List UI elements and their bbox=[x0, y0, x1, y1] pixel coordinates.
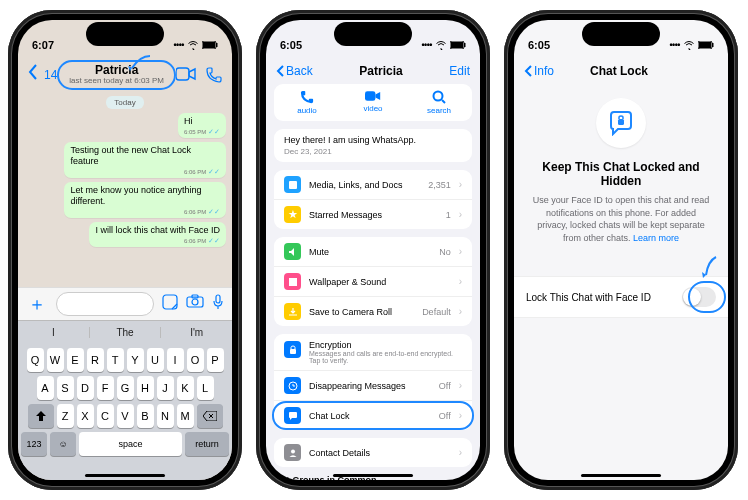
key[interactable]: A bbox=[37, 376, 54, 400]
video-action[interactable]: video bbox=[340, 84, 406, 121]
message-bubble[interactable]: Testing out the new Chat Lock feature 6:… bbox=[64, 142, 226, 178]
privacy-card: Encryption Messages and calls are end-to… bbox=[274, 334, 472, 430]
key[interactable]: G bbox=[117, 376, 134, 400]
chat-lock-icon bbox=[284, 407, 301, 424]
mic-icon[interactable] bbox=[212, 294, 224, 314]
attach-button[interactable]: ＋ bbox=[26, 293, 48, 315]
contact-details-row[interactable]: Contact Details › bbox=[274, 438, 472, 467]
key[interactable]: N bbox=[157, 404, 174, 428]
keyboard: Q W E R T Y U I O P A S D F G H J K L bbox=[18, 344, 232, 480]
key[interactable]: H bbox=[137, 376, 154, 400]
key[interactable]: B bbox=[137, 404, 154, 428]
key[interactable]: S bbox=[57, 376, 74, 400]
shift-key[interactable] bbox=[28, 404, 54, 428]
key[interactable]: U bbox=[147, 348, 164, 372]
predictive-suggestion[interactable]: I bbox=[18, 327, 90, 338]
encryption-row[interactable]: Encryption Messages and calls are end-to… bbox=[274, 334, 472, 370]
key[interactable]: T bbox=[107, 348, 124, 372]
chevron-icon: › bbox=[459, 306, 462, 317]
status-time: 6:05 bbox=[280, 39, 302, 51]
svg-rect-16 bbox=[290, 349, 296, 354]
home-indicator[interactable] bbox=[581, 474, 661, 477]
message-time: 6:06 PM bbox=[184, 238, 206, 244]
wallpaper-row[interactable]: Wallpaper & Sound › bbox=[274, 266, 472, 296]
disappearing-row[interactable]: Disappearing Messages Off › bbox=[274, 370, 472, 400]
sticker-icon[interactable] bbox=[162, 294, 178, 314]
row-value: Off bbox=[439, 411, 451, 421]
key[interactable]: O bbox=[187, 348, 204, 372]
search-action[interactable]: search bbox=[406, 84, 472, 121]
status-icons: •••• bbox=[173, 40, 218, 50]
timer-icon bbox=[284, 377, 301, 394]
emoji-key[interactable]: ☺ bbox=[50, 432, 76, 456]
row-value: Off bbox=[439, 381, 451, 391]
status-time: 6:05 bbox=[528, 39, 550, 51]
chat-lock-row[interactable]: Chat Lock Off › bbox=[274, 400, 472, 430]
lock-toggle[interactable] bbox=[682, 287, 716, 307]
row-label: Wallpaper & Sound bbox=[309, 277, 451, 287]
key[interactable]: P bbox=[207, 348, 224, 372]
key[interactable]: R bbox=[87, 348, 104, 372]
nav-bar: Info Chat Lock bbox=[514, 62, 728, 84]
row-label: Starred Messages bbox=[309, 210, 438, 220]
messages-list[interactable]: Today Hi 6:05 PM ✓✓ Testing out the new … bbox=[18, 92, 232, 249]
unread-count[interactable]: 14 bbox=[44, 68, 57, 82]
chat-title-area[interactable]: Patricia last seen today at 6:03 PM bbox=[63, 64, 170, 86]
predictive-suggestion[interactable]: The bbox=[90, 327, 162, 338]
row-value: 2,351 bbox=[428, 180, 451, 190]
key[interactable]: W bbox=[47, 348, 64, 372]
camera-icon[interactable] bbox=[186, 294, 204, 314]
key[interactable]: X bbox=[77, 404, 94, 428]
message-text: Hi bbox=[184, 116, 193, 126]
key[interactable]: C bbox=[97, 404, 114, 428]
edit-button[interactable]: Edit bbox=[449, 64, 470, 78]
about-text: Hey there! I am using WhatsApp. bbox=[284, 135, 462, 145]
message-bubble[interactable]: Hi 6:05 PM ✓✓ bbox=[178, 113, 226, 138]
chevron-icon: › bbox=[459, 246, 462, 257]
key[interactable]: D bbox=[77, 376, 94, 400]
key[interactable]: I bbox=[167, 348, 184, 372]
chat-actions bbox=[176, 67, 222, 83]
key[interactable]: J bbox=[157, 376, 174, 400]
key[interactable]: Z bbox=[57, 404, 74, 428]
message-input[interactable] bbox=[56, 292, 154, 316]
starred-row[interactable]: ★ Starred Messages 1 › bbox=[274, 199, 472, 229]
svg-rect-12 bbox=[365, 91, 375, 101]
key[interactable]: F bbox=[97, 376, 114, 400]
key[interactable]: K bbox=[177, 376, 194, 400]
backspace-key[interactable] bbox=[197, 404, 223, 428]
key[interactable]: M bbox=[177, 404, 194, 428]
message-bubble[interactable]: Let me know you notice anything differen… bbox=[64, 182, 226, 218]
audio-action[interactable]: audio bbox=[274, 84, 340, 121]
chevron-icon: › bbox=[459, 447, 462, 458]
save-icon bbox=[284, 303, 301, 320]
save-row[interactable]: Save to Camera Roll Default › bbox=[274, 296, 472, 326]
chevron-icon: › bbox=[459, 179, 462, 190]
video-call-icon[interactable] bbox=[176, 67, 196, 83]
key[interactable]: E bbox=[67, 348, 84, 372]
action-card: audio video search bbox=[274, 84, 472, 121]
back-button[interactable]: Back bbox=[276, 64, 313, 78]
numeric-key[interactable]: 123 bbox=[21, 432, 47, 456]
row-value: Default bbox=[422, 307, 451, 317]
mute-row[interactable]: Mute No › bbox=[274, 237, 472, 266]
about-card[interactable]: Hey there! I am using WhatsApp. Dec 23, … bbox=[274, 129, 472, 162]
home-indicator[interactable] bbox=[85, 474, 165, 477]
settings-card: Mute No › Wallpaper & Sound › Save to Ca… bbox=[274, 237, 472, 326]
back-button[interactable] bbox=[28, 64, 38, 85]
key[interactable]: L bbox=[197, 376, 214, 400]
message-bubble[interactable]: I will lock this chat with Face ID 6:06 … bbox=[89, 222, 226, 247]
message-time: 6:06 PM bbox=[184, 209, 206, 215]
audio-call-icon[interactable] bbox=[206, 67, 222, 83]
learn-more-link[interactable]: Learn more bbox=[633, 233, 679, 243]
key[interactable]: Q bbox=[27, 348, 44, 372]
media-row[interactable]: Media, Links, and Docs 2,351 › bbox=[274, 170, 472, 199]
predictive-suggestion[interactable]: I'm bbox=[161, 327, 232, 338]
home-indicator[interactable] bbox=[333, 474, 413, 477]
chevron-icon: › bbox=[459, 276, 462, 287]
read-receipt-icon: ✓✓ bbox=[208, 237, 220, 244]
return-key[interactable]: return bbox=[185, 432, 229, 456]
space-key[interactable]: space bbox=[79, 432, 182, 456]
key[interactable]: V bbox=[117, 404, 134, 428]
key[interactable]: Y bbox=[127, 348, 144, 372]
